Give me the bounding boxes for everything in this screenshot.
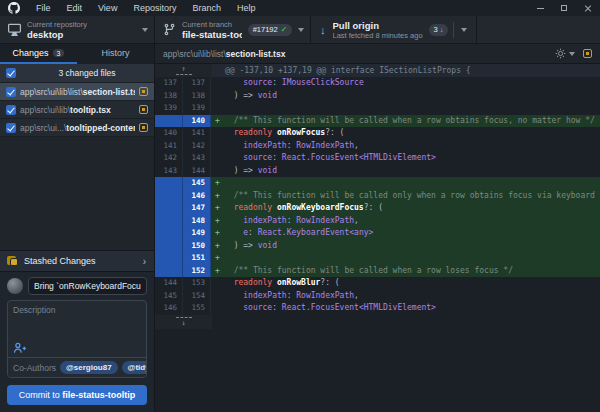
new-line-number[interactable]: 142 (183, 140, 211, 153)
new-line-number[interactable]: 137 (183, 77, 211, 90)
menu-item-edit[interactable]: Edit (59, 0, 91, 16)
menu-item-help[interactable]: Help (229, 0, 264, 16)
new-line-number[interactable]: 139 (183, 102, 211, 115)
diff-file-path: app\src\ui\lib\list\section-list.tsx (163, 49, 555, 59)
new-line-number[interactable]: 138 (183, 90, 211, 103)
minimize-button[interactable] (528, 0, 552, 16)
expand-up-button[interactable]: ↑ (155, 64, 212, 77)
file-path: app\src\ui...\tooltipped-content.tsx (20, 123, 135, 133)
file-row[interactable]: app\src\ui\lib\list\section-list.tsx (0, 83, 154, 101)
file-path: app\src\ui\lib\list\section-list.tsx (20, 87, 135, 97)
sidebar: Changes3History 3 changed files app\src\… (0, 44, 155, 412)
diff-line-content: source: React.FocusEvent<HTMLDivElement> (211, 302, 600, 315)
file-row[interactable]: app\src\ui\lib\tooltip.tsx (0, 101, 154, 119)
new-line-number[interactable]: 140 (183, 115, 211, 128)
chevron-down-icon (569, 52, 575, 56)
new-line-number[interactable]: 148 (183, 215, 211, 228)
close-button[interactable] (576, 0, 600, 16)
diff-line-content (211, 102, 600, 115)
select-all-checkbox[interactable] (6, 68, 16, 78)
coauthors-label: Co-Authors (13, 363, 56, 373)
modified-status-icon (139, 87, 148, 96)
new-line-number[interactable]: 152 (183, 265, 211, 278)
commit-summary-input[interactable] (28, 277, 147, 295)
old-line-number[interactable] (155, 115, 183, 128)
expand-down-button[interactable]: ↓ (155, 315, 212, 329)
commit-description-input[interactable] (13, 305, 141, 337)
old-line-number[interactable]: 141 (155, 140, 183, 153)
old-line-number[interactable]: 146 (155, 302, 183, 315)
stashed-changes-row[interactable]: Stashed Changes › (0, 250, 154, 272)
diff-line-content: source: IMouseClickSource (211, 77, 600, 90)
changed-files-count: 3 changed files (20, 68, 154, 78)
file-checkbox[interactable] (6, 105, 16, 115)
old-line-number[interactable] (155, 227, 183, 240)
new-line-number[interactable]: 141 (183, 127, 211, 140)
menu-item-branch[interactable]: Branch (184, 0, 229, 16)
add-coauthor-icon[interactable] (13, 342, 27, 354)
diff-row-added: 149 e: React.KeyboardEvent<any> (155, 227, 600, 240)
new-line-number[interactable]: 145 (183, 177, 211, 190)
chevron-down-icon[interactable] (461, 28, 467, 32)
new-line-number[interactable]: 150 (183, 240, 211, 253)
diff-row-context: 139139 (155, 102, 600, 115)
current-repository-button[interactable]: Current repository desktop (0, 16, 155, 43)
diff-row-context: 142143 source: React.FocusEvent<HTMLDivE… (155, 152, 600, 165)
stashed-changes-label: Stashed Changes (24, 256, 96, 266)
current-branch-button[interactable]: Current branch file-status-too... #17192… (155, 16, 311, 43)
old-line-number[interactable] (155, 177, 183, 190)
menu-item-view[interactable]: View (90, 0, 125, 16)
old-line-number[interactable]: 138 (155, 90, 183, 103)
plus-marker-icon (211, 227, 224, 240)
new-line-number[interactable]: 146 (183, 190, 211, 203)
pr-status-badge: #17192✓ (248, 24, 292, 36)
old-line-number[interactable]: 140 (155, 127, 183, 140)
new-line-number[interactable]: 149 (183, 227, 211, 240)
diff-line-content: e: React.KeyboardEvent<any> (211, 227, 600, 240)
old-line-number[interactable]: 137 (155, 77, 183, 90)
old-line-number[interactable] (155, 190, 183, 203)
coauthor-badge[interactable]: @sergiou87 (60, 361, 118, 374)
old-line-number[interactable]: 139 (155, 102, 183, 115)
old-line-number[interactable]: 144 (155, 277, 183, 290)
pull-count-badge: 3 (429, 24, 449, 36)
old-line-number[interactable] (155, 252, 183, 265)
new-line-number[interactable]: 147 (183, 202, 211, 215)
new-line-number[interactable]: 151 (183, 252, 211, 265)
old-line-number[interactable] (155, 202, 183, 215)
new-line-number[interactable]: 153 (183, 277, 211, 290)
new-line-number[interactable]: 144 (183, 165, 211, 178)
old-line-number[interactable] (155, 215, 183, 228)
old-line-number[interactable]: 143 (155, 165, 183, 178)
new-line-number[interactable]: 143 (183, 152, 211, 165)
old-line-number[interactable]: 142 (155, 152, 183, 165)
new-line-number[interactable]: 155 (183, 302, 211, 315)
pull-origin-button[interactable]: ↓ Pull origin Last fetched 8 minutes ago… (311, 16, 477, 43)
download-arrow-icon: ↓ (320, 24, 326, 36)
plus-marker-icon (211, 177, 224, 190)
current-branch-value: file-status-too... (182, 29, 242, 40)
tab-history[interactable]: History (77, 44, 154, 64)
diff-row-context: 144153 readonly onRowBlur?: ( (155, 277, 600, 290)
old-line-number[interactable] (155, 265, 183, 278)
chevron-down-icon[interactable] (298, 28, 304, 32)
diff-row-added: 148 indexPath: RowIndexPath, (155, 215, 600, 228)
tab-changes[interactable]: Changes3 (0, 44, 77, 64)
new-line-number[interactable]: 154 (183, 290, 211, 303)
menu-item-file[interactable]: File (28, 0, 59, 16)
maximize-button[interactable] (552, 0, 576, 16)
coauthor-badge[interactable]: @tidy-dev (122, 361, 147, 374)
menu-item-repository[interactable]: Repository (125, 0, 184, 16)
menu-items: FileEditViewRepositoryBranchHelp (28, 0, 263, 16)
diff-row-context: 137137 source: IMouseClickSource (155, 77, 600, 90)
diff-hunk-header: ↑@@ -137,10 +137,19 @@ interface ISectio… (155, 64, 600, 77)
old-line-number[interactable] (155, 240, 183, 253)
file-checkbox[interactable] (6, 123, 16, 133)
old-line-number[interactable]: 145 (155, 290, 183, 303)
commit-button[interactable]: Commit to file-status-tooltip (7, 385, 147, 405)
file-row[interactable]: app\src\ui...\tooltipped-content.tsx (0, 119, 154, 137)
diff-options-button[interactable] (555, 48, 575, 59)
diff-line-content: ) => void (211, 90, 600, 103)
file-checkbox[interactable] (6, 87, 16, 97)
diff-row-added: 146 /** This function will be called onl… (155, 190, 600, 203)
